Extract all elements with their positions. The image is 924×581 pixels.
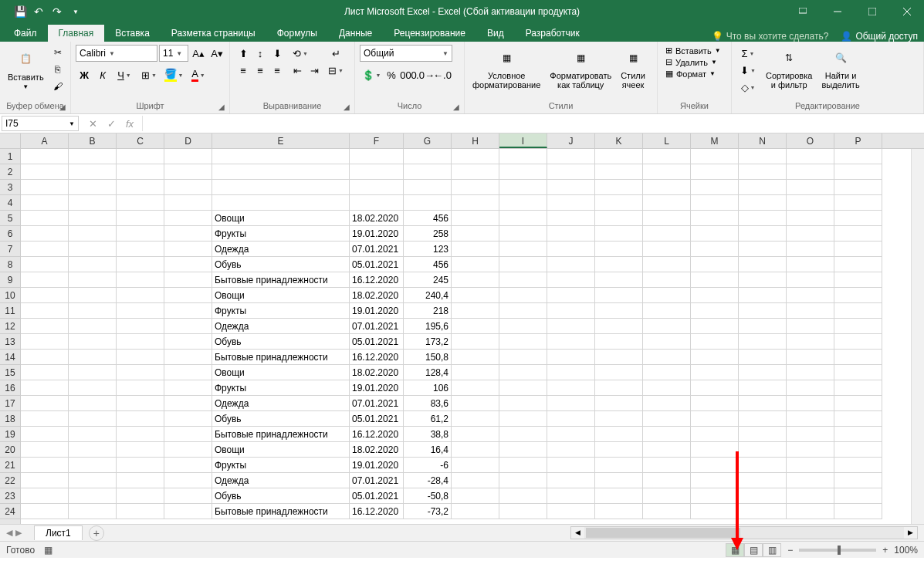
cell-O5[interactable] bbox=[787, 211, 834, 226]
cell-C15[interactable] bbox=[117, 365, 164, 380]
cell-F23[interactable]: 05.01.2021 bbox=[350, 488, 404, 504]
cell-N4[interactable] bbox=[739, 195, 787, 211]
cell-E6[interactable]: Фрукты bbox=[212, 226, 350, 242]
cell-H24[interactable] bbox=[452, 504, 499, 519]
cell-B16[interactable] bbox=[69, 380, 117, 396]
cell-G11[interactable]: 218 bbox=[404, 303, 452, 319]
bold-icon[interactable]: Ж bbox=[76, 66, 93, 83]
cell-M5[interactable] bbox=[691, 211, 739, 226]
cell-J4[interactable] bbox=[547, 195, 595, 211]
cell-H13[interactable] bbox=[452, 334, 499, 350]
add-sheet-button[interactable]: + bbox=[89, 525, 104, 541]
cell-E24[interactable]: Бытовые принадлежности bbox=[212, 504, 350, 519]
cell-C24[interactable] bbox=[117, 504, 164, 519]
align-left-icon[interactable]: ≡ bbox=[235, 62, 252, 79]
cell-M11[interactable] bbox=[691, 303, 739, 319]
cell-M15[interactable] bbox=[691, 365, 739, 380]
cell-G17[interactable]: 83,6 bbox=[404, 396, 452, 411]
zoom-level[interactable]: 100% bbox=[894, 545, 918, 556]
cell-D3[interactable] bbox=[164, 180, 212, 195]
cell-F13[interactable]: 05.01.2021 bbox=[350, 334, 404, 350]
cell-A1[interactable] bbox=[21, 149, 69, 164]
cell-J7[interactable] bbox=[547, 242, 595, 257]
cell-E23[interactable]: Обувь bbox=[212, 488, 350, 504]
cell-N22[interactable] bbox=[739, 473, 787, 488]
align-top-icon[interactable]: ⬆ bbox=[235, 45, 252, 62]
cell-J12[interactable] bbox=[547, 319, 595, 334]
number-dialog-launcher[interactable]: ◢ bbox=[453, 103, 462, 112]
cell-A6[interactable] bbox=[21, 226, 69, 242]
qat-customize-icon[interactable]: ▼ bbox=[69, 5, 82, 18]
cell-O12[interactable] bbox=[787, 319, 834, 334]
cell-B4[interactable] bbox=[69, 195, 117, 211]
cell-J23[interactable] bbox=[547, 488, 595, 504]
cell-D19[interactable] bbox=[164, 427, 212, 442]
cell-D13[interactable] bbox=[164, 334, 212, 350]
cell-A18[interactable] bbox=[21, 411, 69, 427]
cell-P10[interactable] bbox=[834, 288, 882, 303]
cell-A20[interactable] bbox=[21, 442, 69, 458]
cell-F11[interactable]: 19.01.2020 bbox=[350, 303, 404, 319]
cell-M1[interactable] bbox=[691, 149, 739, 164]
col-header-A[interactable]: A bbox=[21, 133, 69, 148]
cells-area[interactable]: Овощи18.02.2020456Фрукты19.01.2020258Оде… bbox=[21, 149, 924, 524]
cell-D7[interactable] bbox=[164, 242, 212, 257]
cell-I6[interactable] bbox=[499, 226, 547, 242]
cell-I1[interactable] bbox=[499, 149, 547, 164]
cell-B5[interactable] bbox=[69, 211, 117, 226]
col-header-D[interactable]: D bbox=[164, 133, 212, 148]
cell-G21[interactable]: -6 bbox=[404, 458, 452, 473]
col-header-B[interactable]: B bbox=[69, 133, 117, 148]
cell-H22[interactable] bbox=[452, 473, 499, 488]
cell-L2[interactable] bbox=[643, 164, 691, 180]
tab-home[interactable]: Главная bbox=[48, 25, 105, 42]
cell-O14[interactable] bbox=[787, 350, 834, 365]
cell-H10[interactable] bbox=[452, 288, 499, 303]
font-name-combo[interactable]: Calibri▼ bbox=[76, 45, 157, 62]
cell-L3[interactable] bbox=[643, 180, 691, 195]
cell-P13[interactable] bbox=[834, 334, 882, 350]
cell-I15[interactable] bbox=[499, 365, 547, 380]
cell-C7[interactable] bbox=[117, 242, 164, 257]
cell-K24[interactable] bbox=[595, 504, 643, 519]
cell-G8[interactable]: 456 bbox=[404, 257, 452, 272]
row-header-24[interactable]: 24 bbox=[0, 504, 20, 519]
cell-K20[interactable] bbox=[595, 442, 643, 458]
cell-P7[interactable] bbox=[834, 242, 882, 257]
cell-L12[interactable] bbox=[643, 319, 691, 334]
col-header-G[interactable]: G bbox=[404, 133, 452, 148]
cell-P12[interactable] bbox=[834, 319, 882, 334]
cell-H7[interactable] bbox=[452, 242, 499, 257]
cell-J20[interactable] bbox=[547, 442, 595, 458]
cell-B3[interactable] bbox=[69, 180, 117, 195]
row-header-11[interactable]: 11 bbox=[0, 303, 20, 319]
cell-F18[interactable]: 05.01.2021 bbox=[350, 411, 404, 427]
cell-C12[interactable] bbox=[117, 319, 164, 334]
cell-N10[interactable] bbox=[739, 288, 787, 303]
cell-P4[interactable] bbox=[834, 195, 882, 211]
cell-C17[interactable] bbox=[117, 396, 164, 411]
cell-L17[interactable] bbox=[643, 396, 691, 411]
cut-icon[interactable]: ✂ bbox=[50, 45, 66, 60]
cell-K4[interactable] bbox=[595, 195, 643, 211]
maximize-button[interactable] bbox=[855, 0, 889, 23]
format-cells-button[interactable]: ▦Формат▼ bbox=[662, 68, 724, 79]
row-header-17[interactable]: 17 bbox=[0, 396, 20, 411]
col-header-C[interactable]: C bbox=[117, 133, 164, 148]
conditional-format-button[interactable]: ▦ Условное форматирование bbox=[469, 45, 543, 91]
page-layout-view-icon[interactable]: ▤ bbox=[744, 543, 763, 557]
cell-A19[interactable] bbox=[21, 427, 69, 442]
cell-L4[interactable] bbox=[643, 195, 691, 211]
increase-font-icon[interactable]: A▴ bbox=[190, 45, 207, 62]
ribbon-options-icon[interactable] bbox=[785, 0, 820, 23]
cell-B22[interactable] bbox=[69, 473, 117, 488]
cell-N6[interactable] bbox=[739, 226, 787, 242]
cell-K10[interactable] bbox=[595, 288, 643, 303]
cell-H17[interactable] bbox=[452, 396, 499, 411]
cell-O7[interactable] bbox=[787, 242, 834, 257]
cell-C10[interactable] bbox=[117, 288, 164, 303]
align-right-icon[interactable]: ≡ bbox=[269, 62, 286, 79]
row-header-7[interactable]: 7 bbox=[0, 242, 20, 257]
cell-D17[interactable] bbox=[164, 396, 212, 411]
cell-L24[interactable] bbox=[643, 504, 691, 519]
